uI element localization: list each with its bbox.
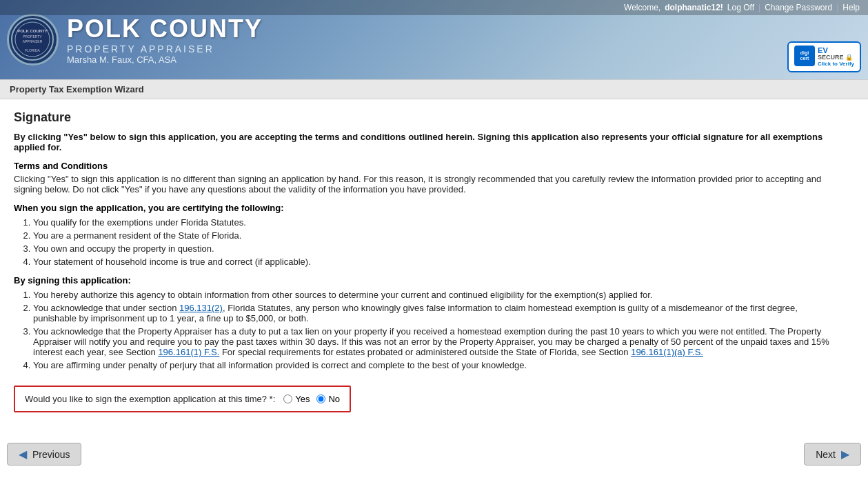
sign-radio-group: Yes No <box>283 394 340 404</box>
list-item: You acknowledge that under section 196.1… <box>33 303 841 323</box>
welcome-text: Welcome, <box>624 3 660 12</box>
svg-text:digi: digi <box>800 50 809 56</box>
terms-heading: Terms and Conditions <box>14 161 841 171</box>
svg-text:POLK COUNTY: POLK COUNTY <box>17 29 48 33</box>
previous-arrow-icon: ◀ <box>19 448 27 461</box>
no-option[interactable]: No <box>316 394 340 404</box>
sign-list: You hereby authorize this agency to obta… <box>33 290 841 370</box>
help-link[interactable]: Help <box>842 3 860 12</box>
svg-text:PROPERTY: PROPERTY <box>23 34 42 39</box>
previous-label: Previous <box>32 449 70 460</box>
header: Welcome, dolphanatic12! Log Off | Change… <box>0 0 868 79</box>
list-item: You qualify for the exemptions under Flo… <box>33 217 841 228</box>
statute-link-196161[interactable]: 196.161(1) F.S. <box>158 347 219 357</box>
breadcrumb-label: Property Tax Exemption Wizard <box>10 84 144 94</box>
username: dolphanatic12! <box>665 3 723 12</box>
previous-button[interactable]: ◀ Previous <box>7 443 81 466</box>
terms-body: Clicking "Yes" to sign this application … <box>14 174 841 194</box>
top-bar: Welcome, dolphanatic12! Log Off | Change… <box>0 0 868 15</box>
next-label: Next <box>816 449 836 460</box>
appraiser-name: Marsha M. Faux, CFA, ASA <box>67 54 176 65</box>
svg-text:FLORIDA: FLORIDA <box>25 48 40 52</box>
svg-text:APPRAISER: APPRAISER <box>23 39 43 43</box>
county-name: POLK COUNTY <box>67 14 263 43</box>
list-item: You are a permanent resident of the Stat… <box>33 230 841 241</box>
nav-bar: ◀ Previous Next ▶ <box>0 439 868 470</box>
sign-question-label: Would you like to sign the exemption app… <box>25 394 275 404</box>
certify-heading: When you sign the application, you are c… <box>14 203 841 213</box>
next-arrow-icon: ▶ <box>841 448 849 461</box>
breadcrumb: Property Tax Exemption Wizard <box>0 79 868 99</box>
change-password-link[interactable]: Change Password <box>765 3 832 12</box>
sign-question-box: Would you like to sign the exemption app… <box>14 386 351 412</box>
svg-text:cert: cert <box>800 56 810 61</box>
statute-link-196131[interactable]: 196.131(2) <box>179 303 223 313</box>
header-title-block: POLK COUNTY PROPERTY APPRAISER Marsha M.… <box>67 14 263 65</box>
certify-list: You qualify for the exemptions under Flo… <box>33 217 841 267</box>
list-item: You hereby authorize this agency to obta… <box>33 290 841 300</box>
header-logo: POLK COUNTY PROPERTY APPRAISER FLORIDA P… <box>7 14 263 66</box>
yes-radio[interactable] <box>283 394 292 403</box>
digicert-badge[interactable]: digi cert EV SECURE 🔒 Click to Verify <box>787 41 861 72</box>
no-label: No <box>328 394 340 404</box>
list-item: You own and occupy the property in quest… <box>33 243 841 254</box>
county-seal: POLK COUNTY PROPERTY APPRAISER FLORIDA <box>7 14 59 66</box>
section-title: Signature <box>14 110 841 125</box>
logoff-link[interactable]: Log Off <box>727 3 754 12</box>
list-item: Your statement of household income is tr… <box>33 257 841 267</box>
statute-link-196161a[interactable]: 196.161(1)(a) F.S. <box>631 347 703 357</box>
next-button[interactable]: Next ▶ <box>804 443 861 466</box>
list-item: You are affirming under penalty of perju… <box>33 360 841 370</box>
digicert-icon: digi cert <box>794 46 815 68</box>
department-name: PROPERTY APPRAISER <box>67 43 263 54</box>
list-item: You acknowledge that the Property Apprai… <box>33 326 841 357</box>
intro-text: By clicking "Yes" below to sign this app… <box>14 132 841 152</box>
sign-heading: By signing this application: <box>14 275 841 286</box>
yes-option[interactable]: Yes <box>283 394 310 404</box>
main-content: Signature By clicking "Yes" below to sig… <box>0 99 855 434</box>
yes-label: Yes <box>295 394 310 404</box>
no-radio[interactable] <box>316 394 325 403</box>
